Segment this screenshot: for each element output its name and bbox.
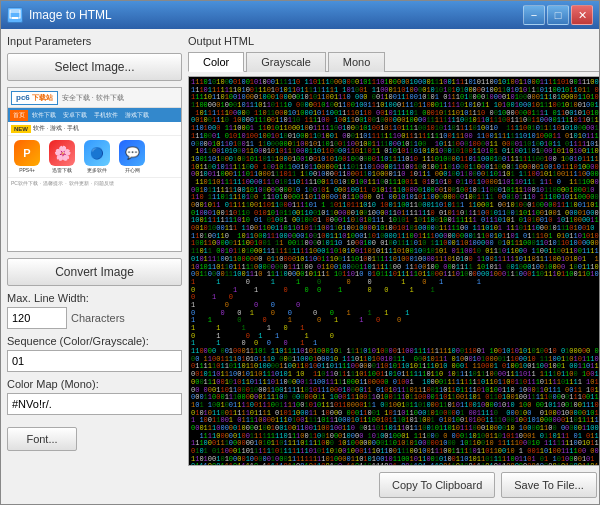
sequence-group: Sequence (Color/Grayscale): bbox=[7, 335, 182, 372]
maximize-button[interactable]: □ bbox=[547, 5, 569, 25]
sequence-label: Sequence (Color/Grayscale): bbox=[7, 335, 182, 347]
max-line-width-group: Max. Line Width: Characters bbox=[7, 292, 182, 329]
binary-display: 11101010000100101000111110 1101110000000… bbox=[189, 77, 599, 466]
select-image-button[interactable]: Select Image... bbox=[7, 53, 182, 81]
colormap-input[interactable] bbox=[7, 393, 182, 415]
left-panel: Input Parameters Select Image... pc6 下载站… bbox=[7, 35, 182, 498]
svg-rect-2 bbox=[12, 17, 18, 19]
colormap-group: Color Map (Mono): bbox=[7, 378, 182, 415]
max-line-width-input[interactable] bbox=[7, 307, 67, 329]
max-line-width-row: Characters bbox=[7, 307, 182, 329]
tab-color[interactable]: Color bbox=[188, 52, 244, 72]
main-content: Input Parameters Select Image... pc6 下载站… bbox=[1, 29, 599, 504]
right-panel: Output HTML Color Grayscale Mono 1110101… bbox=[188, 35, 599, 498]
characters-unit: Characters bbox=[71, 312, 125, 324]
copy-clipboard-button[interactable]: Copy To Clipboard bbox=[379, 472, 495, 498]
app-window: Image to HTML − □ ✕ Input Parameters Sel… bbox=[0, 0, 600, 505]
app-icon bbox=[7, 7, 23, 23]
colormap-label: Color Map (Mono): bbox=[7, 378, 182, 390]
image-preview: pc6 下载站 安全下载 · 软件下载 首页 软件下载 安卓下载 手机软件 游戏… bbox=[7, 87, 182, 252]
output-area[interactable]: 11101010000100101000111110 1101110000000… bbox=[188, 76, 599, 466]
minimize-button[interactable]: − bbox=[523, 5, 545, 25]
title-bar: Image to HTML − □ ✕ bbox=[1, 1, 599, 29]
bottom-buttons: Copy To Clipboard Save To File... Print.… bbox=[188, 470, 599, 498]
input-section-label: Input Parameters bbox=[7, 35, 182, 47]
save-file-button[interactable]: Save To File... bbox=[501, 472, 597, 498]
window-title: Image to HTML bbox=[29, 8, 523, 22]
svg-rect-0 bbox=[10, 10, 20, 18]
close-button[interactable]: ✕ bbox=[571, 5, 593, 25]
convert-button[interactable]: Convert Image bbox=[7, 258, 182, 286]
font-button[interactable]: Font... bbox=[7, 427, 77, 451]
preview-site: pc6 下载站 安全下载 · 软件下载 首页 软件下载 安卓下载 手机软件 游戏… bbox=[8, 88, 181, 251]
sequence-input[interactable] bbox=[7, 350, 182, 372]
window-controls: − □ ✕ bbox=[523, 5, 593, 25]
output-section-label: Output HTML bbox=[188, 35, 599, 47]
max-line-width-label: Max. Line Width: bbox=[7, 292, 182, 304]
tab-bar: Color Grayscale Mono bbox=[188, 51, 599, 72]
tab-grayscale[interactable]: Grayscale bbox=[246, 52, 326, 72]
tab-mono[interactable]: Mono bbox=[328, 52, 386, 72]
